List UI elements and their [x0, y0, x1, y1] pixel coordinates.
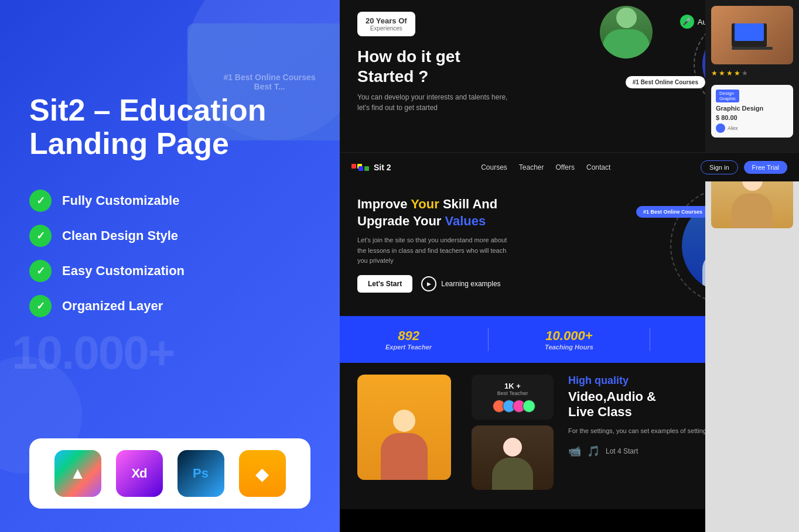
stat-hours-label: Teaching Hours — [545, 344, 593, 351]
person-shape-top — [600, 6, 653, 59]
feature-label-4: Organized Layer — [62, 298, 163, 314]
person-head-top — [616, 8, 637, 28]
feature-item-3: Easy Customization — [29, 260, 310, 282]
check-icon-1 — [29, 190, 52, 212]
learning-examples-button[interactable]: ▶ Learning examples — [421, 276, 500, 291]
audio-wave-icon: 🎵 — [587, 445, 600, 458]
bottom-center: 1K + Best Teacher — [472, 375, 554, 497]
bottom-avatars — [479, 400, 547, 413]
stat-teachers-number: 892 — [385, 328, 432, 344]
student-person-shape — [357, 375, 451, 480]
experience-years: 20 Years Of — [366, 16, 407, 25]
laptop-card-inner — [711, 6, 793, 64]
best-courses-badge-top: #1 Best Online Courses — [626, 76, 705, 88]
nav-logo: Sit 2 — [351, 163, 391, 172]
how-desc: You can develop your interests and talen… — [357, 92, 521, 113]
star-5-empty: ★ — [742, 69, 748, 77]
stat-hours-number: 10.000+ — [545, 328, 593, 344]
student-head — [393, 410, 415, 432]
stat-divider-2 — [650, 328, 650, 351]
navbar: Sit 2 Courses Teacher Offers Contact Sig… — [340, 152, 799, 181]
feature-label-2: Clean Design Style — [62, 228, 178, 243]
how-section: How do it getStarted ? You can develop y… — [357, 47, 521, 113]
stars-row: ★ ★ ★ ★ ★ — [711, 69, 793, 77]
star-1: ★ — [711, 69, 718, 77]
left-panel: 10.000+ #1 Best Online CoursesBest T... … — [0, 0, 340, 532]
logo-icon — [351, 164, 369, 171]
mic-icon: 🎤 — [680, 15, 694, 29]
laptop-screen — [735, 23, 764, 41]
design-badge: DesignGraphic — [716, 90, 739, 102]
second-student-photo — [472, 425, 554, 490]
watermark: 10.000+ — [12, 326, 174, 380]
nav-teacher[interactable]: Teacher — [519, 163, 544, 171]
best-online-badge: #1 Best Online Courses — [636, 206, 709, 218]
play-icon: ▶ — [421, 276, 436, 291]
person-circle-inner — [600, 6, 653, 59]
figma-tool-icon: ▲ — [54, 450, 101, 497]
feature-item-4: Organized Layer — [29, 295, 310, 317]
laptop-card — [711, 6, 793, 64]
nav-courses[interactable]: Courses — [481, 163, 507, 171]
features-list: Fully Customizable Clean Design Style Ea… — [29, 190, 310, 317]
card-graphic-design: Graphic Design — [716, 105, 788, 112]
stat-divider-1 — [488, 328, 489, 351]
feature-item-2: Clean Design Style — [29, 225, 310, 247]
right-panel: 20 Years Of Experiences 🎤 Audio ⊕ Langua… — [340, 0, 799, 532]
lot-start-label: Lot 4 Start — [606, 447, 638, 455]
author-name: Alex — [728, 125, 738, 131]
second-student-shape — [472, 425, 554, 490]
xd-tool-icon: Xd — [116, 450, 163, 497]
nav-actions: Sign in Free Trial — [701, 160, 787, 174]
lets-start-button[interactable]: Let's Start — [357, 275, 412, 293]
bottom-left — [357, 375, 463, 497]
student-body — [381, 433, 428, 480]
laptop-shape — [732, 23, 767, 47]
how-title: How do it getStarted ? — [357, 47, 521, 86]
nav-contact[interactable]: Contact — [586, 163, 610, 171]
sidebar-top: ★ ★ ★ ★ ★ DesignGraphic Graphic Design $… — [705, 0, 799, 152]
tools-section: ▲ Xd Ps ◆ — [29, 438, 310, 509]
student-photo — [357, 375, 451, 480]
video-icon: 📹 — [568, 445, 581, 458]
logo-sq-blue — [358, 166, 363, 171]
bg-screen-text: #1 Best Online CoursesBest T... — [223, 73, 315, 91]
right-sidebar: ★ ★ ★ ★ ★ DesignGraphic Graphic Design $… — [705, 0, 799, 532]
nav-links: Courses Teacher Offers Contact — [409, 163, 683, 171]
person-circle-top — [600, 6, 653, 59]
laptop-visual — [732, 20, 773, 50]
hero-title: Improve Your Skill And Upgrade Your Valu… — [357, 196, 545, 229]
experience-label: Experiences — [366, 25, 407, 32]
author-avatar — [716, 123, 725, 133]
person-body-top — [603, 29, 650, 59]
check-icon-4 — [29, 295, 52, 317]
logo-text: Sit 2 — [374, 163, 391, 172]
hero-title-yellow: Your — [411, 197, 439, 211]
bottom-teacher-label: Best Teacher — [479, 390, 547, 396]
second-student-head — [503, 438, 522, 457]
logo-sq-green — [364, 166, 369, 171]
card-info: DesignGraphic Graphic Design $ 80.00 Ale… — [711, 85, 793, 138]
logo-sq-red — [351, 164, 356, 169]
feature-label-3: Easy Customization — [62, 263, 185, 279]
star-2: ★ — [719, 69, 725, 77]
signin-button[interactable]: Sign in — [701, 160, 738, 174]
check-icon-3 — [29, 260, 52, 282]
feature-item-1: Fully Customizable — [29, 190, 310, 212]
bottom-teacher-count: 1K + — [479, 382, 547, 390]
learn-label: Learning examples — [441, 280, 500, 288]
card-author: Alex — [716, 123, 788, 133]
feature-label-1: Fully Customizable — [62, 193, 179, 208]
second-student-body — [492, 458, 533, 490]
check-icon-2 — [29, 225, 52, 247]
main-title: Sit2 – EducationLanding Page — [29, 94, 310, 160]
sidebar-bottom — [705, 152, 799, 532]
stat-hours: 10.000+ Teaching Hours — [545, 328, 593, 351]
hero-desc: Let's join the site so that you understa… — [357, 235, 510, 266]
free-trial-button[interactable]: Free Trial — [744, 161, 787, 174]
stat-teachers: 892 Expert Teacher — [385, 328, 432, 351]
laptop-base — [732, 47, 773, 50]
nav-offers[interactable]: Offers — [556, 163, 575, 171]
hero-title-blue: Values — [445, 214, 486, 228]
star-3: ★ — [726, 69, 733, 77]
